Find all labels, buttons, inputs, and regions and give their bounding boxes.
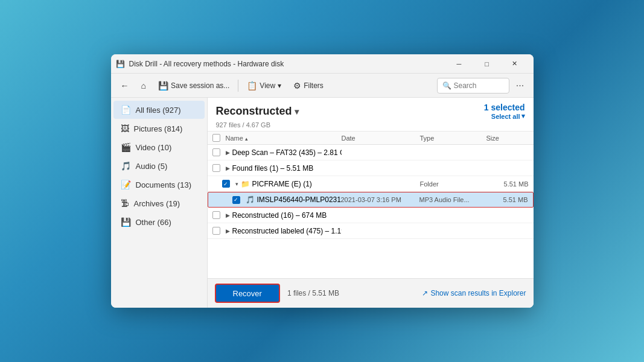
save-icon: 💾: [158, 81, 168, 91]
search-input[interactable]: [454, 81, 502, 90]
window-title: Disk Drill - All recovery methods - Hard…: [129, 60, 445, 68]
r16-name: ▶ Reconstructed (16) – 674 MB: [226, 211, 342, 220]
deep-scan-checkbox[interactable]: [212, 148, 220, 156]
header-name: Name ▴: [226, 135, 342, 142]
header-type: Type: [420, 135, 486, 142]
content-area: 📄 All files (927) 🖼 Pictures (814) 🎬 Vid…: [111, 98, 534, 308]
toolbar: ← ⌂ 💾 Save session as... 📋 View ▾ ⚙ Filt…: [111, 74, 534, 98]
found-files-checkbox-cell: [212, 164, 226, 172]
found-files-checkbox[interactable]: [212, 164, 220, 172]
rl-checkbox[interactable]: [212, 227, 220, 235]
sidebar-item-label: Other (66): [136, 218, 171, 227]
audio-file-checkbox[interactable]: ✓: [232, 196, 240, 204]
main-subtitle: 927 files / 4.67 GB: [216, 121, 525, 129]
file-group-found-files[interactable]: ▶ Found files (1) – 5.51 MB: [208, 160, 534, 176]
search-box[interactable]: 🔍: [437, 78, 509, 94]
sidebar-item-documents[interactable]: 📝 Documents (13): [113, 176, 205, 194]
file-group-picframe[interactable]: ✓ ▾ 📁 PICFRAME (E) (1) Folder 5.51 MB: [208, 176, 534, 192]
show-scan-icon: ↗: [422, 289, 428, 297]
window-controls: ─ □ ✕: [445, 54, 529, 74]
deep-scan-expand-icon[interactable]: ▶: [226, 150, 230, 156]
picframe-expand-icon[interactable]: ▾: [235, 181, 238, 187]
deep-scan-checkbox-cell: [212, 148, 226, 156]
file-group-reconstructed-labeled[interactable]: ▶ Reconstructed labeled (475) – 1.19 GB: [208, 223, 534, 239]
found-files-name: ▶ Found files (1) – 5.51 MB: [226, 164, 342, 173]
header-checkbox-cell: [212, 134, 226, 142]
main-panel: Reconstructed ▾ 1 selected Select all ▾ …: [208, 98, 534, 308]
maximize-button[interactable]: □: [473, 54, 501, 74]
picframe-checkbox[interactable]: ✓: [222, 180, 230, 188]
sidebar-item-label: Pictures (814): [134, 124, 183, 133]
bottom-file-count: 1 files / 5.51 MB: [287, 289, 339, 297]
video-icon: 🎬: [121, 142, 131, 152]
header-checkbox[interactable]: [212, 134, 220, 142]
deep-scan-name: ▶ Deep Scan – FAT32 (435) – 2.81 GB: [226, 148, 342, 157]
sidebar-item-label: Documents (13): [136, 180, 191, 189]
title-chevron-icon: ▾: [295, 107, 299, 116]
view-label: View: [260, 81, 275, 90]
back-button[interactable]: ←: [116, 77, 134, 94]
minimize-button[interactable]: ─: [445, 54, 473, 74]
sidebar: 📄 All files (927) 🖼 Pictures (814) 🎬 Vid…: [111, 98, 208, 308]
sidebar-item-all-files[interactable]: 📄 All files (927): [113, 101, 205, 119]
audio-file-type: MP3 Audio File...: [419, 196, 486, 203]
sidebar-item-label: Audio (5): [136, 162, 168, 171]
sidebar-item-video[interactable]: 🎬 Video (10): [113, 138, 205, 156]
header-size: Size: [486, 135, 529, 142]
r16-expand-icon[interactable]: ▶: [226, 212, 230, 218]
file-list: Name ▴ Date Type Size ▶ Deep Scan – FAT3…: [208, 132, 534, 278]
view-button[interactable]: 📋 View ▾: [242, 77, 286, 94]
show-scan-link[interactable]: ↗ Show scan results in Explorer: [422, 289, 526, 297]
view-chevron: ▾: [278, 81, 281, 90]
app-window: 💾 Disk Drill - All recovery methods - Ha…: [111, 54, 534, 308]
audio-file-name: 🎵 IMSLP456440-PMLP02312-Chopin_Nocturne_…: [246, 195, 341, 204]
file-list-header: Name ▴ Date Type Size: [208, 132, 534, 145]
picframe-type: Folder: [420, 180, 486, 188]
filters-button[interactable]: ⚙ Filters: [289, 77, 328, 94]
other-icon: 💾: [121, 217, 131, 227]
audio-file-icon: 🎵: [246, 195, 255, 204]
sidebar-item-label: Video (10): [136, 143, 172, 152]
main-title-text: Reconstructed: [216, 105, 292, 118]
sidebar-item-label: Archives (19): [134, 199, 180, 208]
app-icon: 💾: [116, 59, 126, 69]
file-group-reconstructed16[interactable]: ▶ Reconstructed (16) – 674 MB: [208, 208, 534, 223]
sort-arrow: ▴: [245, 136, 248, 142]
picframe-checkbox-cell: ✓: [222, 180, 235, 188]
selected-count: 1 selected: [484, 103, 525, 112]
selected-badge: 1 selected Select all ▾: [484, 103, 525, 120]
select-all-button[interactable]: Select all ▾: [491, 112, 525, 120]
sidebar-item-archives[interactable]: 🗜 Archives (19): [113, 194, 205, 212]
audio-icon: 🎵: [121, 161, 131, 171]
audio-file-row[interactable]: ✓ 🎵 IMSLP456440-PMLP02312-Chopin_Nocturn…: [208, 192, 534, 208]
save-session-button[interactable]: 💾 Save session as...: [153, 77, 234, 94]
audio-file-checkbox-cell: ✓: [232, 196, 246, 204]
sidebar-item-other[interactable]: 💾 Other (66): [113, 213, 205, 231]
filter-icon: ⚙: [293, 81, 301, 91]
search-icon: 🔍: [442, 81, 451, 90]
sidebar-item-label: All files (927): [136, 106, 181, 115]
separator: [238, 80, 238, 92]
save-session-label: Save session as...: [171, 81, 229, 90]
view-icon: 📋: [247, 81, 257, 91]
main-header-top: Reconstructed ▾ 1 selected Select all ▾: [216, 103, 525, 120]
bottom-bar: Recover 1 files / 5.51 MB ↗ Show scan re…: [208, 278, 534, 308]
more-button[interactable]: ···: [512, 77, 529, 94]
close-button[interactable]: ✕: [501, 54, 529, 74]
home-button[interactable]: ⌂: [136, 77, 151, 94]
picframe-size: 5.51 MB: [486, 180, 529, 188]
main-title: Reconstructed ▾: [216, 105, 299, 118]
main-header: Reconstructed ▾ 1 selected Select all ▾ …: [208, 98, 534, 132]
rl-checkbox-cell: [212, 227, 226, 235]
rl-name: ▶ Reconstructed labeled (475) – 1.19 GB: [226, 227, 342, 235]
r16-checkbox[interactable]: [212, 211, 220, 219]
recover-button[interactable]: Recover: [215, 284, 280, 303]
file-group-deep-scan[interactable]: ▶ Deep Scan – FAT32 (435) – 2.81 GB: [208, 145, 534, 160]
found-files-expand-icon[interactable]: ▶: [226, 165, 230, 171]
sidebar-item-pictures[interactable]: 🖼 Pictures (814): [113, 119, 205, 138]
r16-checkbox-cell: [212, 211, 226, 219]
select-all-chevron: ▾: [521, 112, 525, 120]
sidebar-item-audio[interactable]: 🎵 Audio (5): [113, 157, 205, 175]
home-icon: ⌂: [141, 81, 146, 91]
rl-expand-icon[interactable]: ▶: [226, 228, 230, 234]
